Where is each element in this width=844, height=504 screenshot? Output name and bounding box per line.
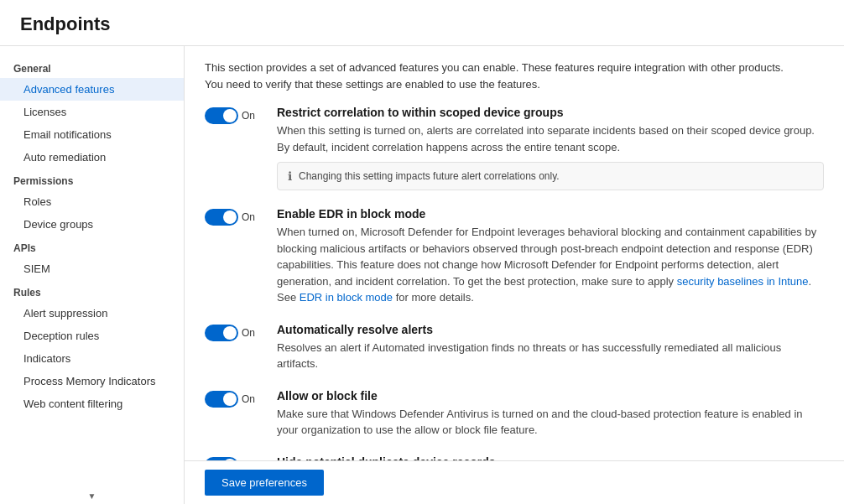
sidebar-item-email-notifications[interactable]: Email notifications <box>0 123 184 146</box>
sidebar-scroll-indicator: ▼ <box>0 488 184 504</box>
toggle-area-allow-block-file: On <box>205 389 263 408</box>
toggle-track <box>205 457 238 461</box>
feature-content-auto-resolve-alerts: Automatically resolve alertsResolves an … <box>277 323 824 372</box>
info-text: Changing this setting impacts future ale… <box>299 170 560 182</box>
content-scroll-area[interactable]: This section provides a set of advanced … <box>185 46 844 460</box>
sidebar-section: APIsSIEM <box>0 236 184 280</box>
sidebar-section-label: Permissions <box>0 169 184 190</box>
feature-desc-allow-block-file: Make sure that Windows Defender Antiviru… <box>277 406 824 439</box>
sidebar-section: RulesAlert suppressionDeception rulesInd… <box>0 280 184 415</box>
feature-title-allow-block-file: Allow or block file <box>277 389 824 403</box>
feature-desc-auto-resolve-alerts: Resolves an alert if Automated investiga… <box>277 340 824 372</box>
toggle-track <box>205 107 238 124</box>
sidebar-section-label: General <box>0 56 184 78</box>
feature-title-hide-duplicate-devices: Hide potential duplicate device records <box>277 455 824 461</box>
sidebar-section-label: APIs <box>0 236 184 257</box>
toggle-knob <box>223 109 237 122</box>
toggle-knob <box>223 459 237 461</box>
toggle-area-hide-duplicate-devices: On <box>205 455 263 461</box>
toggle-label: On <box>242 110 255 122</box>
feature-content-restrict-correlation: Restrict correlation to within scoped de… <box>277 106 824 190</box>
security-baselines-link[interactable]: security baselines in Intune <box>677 275 809 288</box>
feature-row-edr-block-mode: OnEnable EDR in block modeWhen turned on… <box>205 207 824 306</box>
toggle-label: On <box>242 211 255 223</box>
sidebar-item-alert-suppression[interactable]: Alert suppression <box>0 302 184 325</box>
info-icon: ℹ <box>288 169 292 183</box>
feature-row-hide-duplicate-devices: OnHide potential duplicate device record… <box>205 455 824 461</box>
sidebar-item-deception-rules[interactable]: Deception rules <box>0 325 184 347</box>
feature-title-edr-block-mode: Enable EDR in block mode <box>277 207 824 221</box>
toggle-label: On <box>242 327 255 339</box>
sidebar-item-licenses[interactable]: Licenses <box>0 101 184 123</box>
sidebar-item-device-groups[interactable]: Device groups <box>0 213 184 236</box>
toggle-label: On <box>242 393 255 405</box>
toggle-label: On <box>242 460 255 461</box>
sidebar-item-advanced-features[interactable]: Advanced features <box>0 78 184 101</box>
feature-title-restrict-correlation: Restrict correlation to within scoped de… <box>277 106 824 119</box>
save-preferences-button[interactable]: Save preferences <box>205 470 324 496</box>
toggle-restrict-correlation[interactable]: On <box>205 107 255 124</box>
toggle-area-auto-resolve-alerts: On <box>205 323 263 341</box>
toggle-knob <box>223 210 237 224</box>
feature-row-allow-block-file: OnAllow or block fileMake sure that Wind… <box>205 389 824 439</box>
feature-row-auto-resolve-alerts: OnAutomatically resolve alertsResolves a… <box>205 323 824 372</box>
feature-content-edr-block-mode: Enable EDR in block modeWhen turned on, … <box>277 207 824 306</box>
sidebar-section-label: Rules <box>0 280 184 302</box>
toggle-track <box>205 391 238 408</box>
toggle-edr-block-mode[interactable]: On <box>205 209 255 226</box>
sidebar-item-auto-remediation[interactable]: Auto remediation <box>0 146 184 169</box>
feature-content-hide-duplicate-devices: Hide potential duplicate device recordsW… <box>277 455 824 461</box>
page-title: Endpoints <box>20 13 824 35</box>
toggle-auto-resolve-alerts[interactable]: On <box>205 325 255 341</box>
toggle-track <box>205 209 238 226</box>
edr-block-mode-link[interactable]: EDR in block mode <box>300 291 393 304</box>
info-box-restrict-correlation: ℹChanging this setting impacts future al… <box>277 162 824 190</box>
feature-desc-edr-block-mode: When turned on, Microsoft Defender for E… <box>277 224 824 306</box>
sidebar-section: PermissionsRolesDevice groups <box>0 169 184 236</box>
feature-desc-restrict-correlation: When this setting is turned on, alerts a… <box>277 122 824 155</box>
sidebar-item-process-memory-indicators[interactable]: Process Memory Indicators <box>0 370 184 392</box>
toggle-knob <box>223 326 237 340</box>
intro-text: This section provides a set of advanced … <box>205 60 792 92</box>
sidebar: GeneralAdvanced featuresLicensesEmail no… <box>0 46 185 504</box>
toggle-allow-block-file[interactable]: On <box>205 391 255 408</box>
sidebar-item-indicators[interactable]: Indicators <box>0 347 184 370</box>
feature-content-allow-block-file: Allow or block fileMake sure that Window… <box>277 389 824 439</box>
toggle-area-restrict-correlation: On <box>205 106 263 124</box>
toggle-hide-duplicate-devices[interactable]: On <box>205 457 255 461</box>
feature-row-restrict-correlation: OnRestrict correlation to within scoped … <box>205 106 824 190</box>
sidebar-section: GeneralAdvanced featuresLicensesEmail no… <box>0 56 184 169</box>
sidebar-item-siem[interactable]: SIEM <box>0 257 184 280</box>
sidebar-item-web-content-filtering[interactable]: Web content filtering <box>0 392 184 415</box>
sidebar-item-roles[interactable]: Roles <box>0 190 184 213</box>
toggle-area-edr-block-mode: On <box>205 207 263 226</box>
feature-title-auto-resolve-alerts: Automatically resolve alerts <box>277 323 824 336</box>
toggle-track <box>205 325 238 341</box>
toggle-knob <box>223 392 237 406</box>
